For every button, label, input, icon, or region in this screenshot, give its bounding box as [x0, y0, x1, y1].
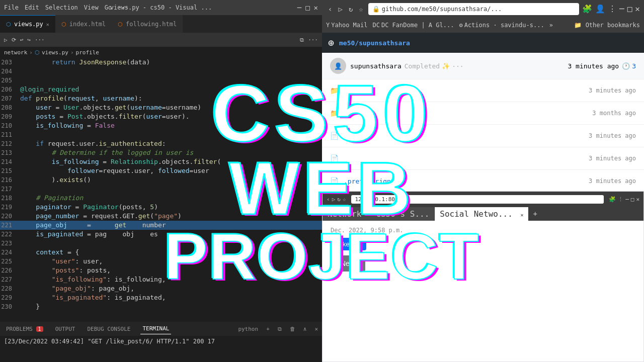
- commit-username[interactable]: supunsathsara: [350, 62, 401, 70]
- forward-button[interactable]: ▷: [336, 4, 344, 14]
- post-date: Dec. 2022, 9:58 p.m.: [331, 227, 635, 234]
- code-line-211: 211: [0, 130, 322, 139]
- breadcrumb-file[interactable]: views.py: [42, 49, 68, 56]
- action-bar: ▷ ⟳ ↩ ↪ ··· ⧉ ···: [0, 33, 322, 47]
- browser-chrome: ‹ ▷ ↻ ☆ 🔒 github.com/me50/supunsathsara/…: [322, 0, 644, 18]
- code-editor[interactable]: 203 return JsonResponse(data) 204 205 20…: [0, 58, 322, 320]
- split-icon[interactable]: ⧉: [300, 37, 304, 43]
- tab-label-social-network: Social Netwo...: [440, 209, 513, 219]
- other-bookmarks[interactable]: 📁 Other bookmarks: [574, 22, 640, 29]
- browser-nav[interactable]: ‹ ▷ ↻ ☆: [326, 4, 365, 14]
- redo-icon[interactable]: ↪: [27, 37, 31, 43]
- repo-item-name-project4[interactable]: project4: [344, 87, 584, 95]
- code-line-216: 216 ).exists(): [0, 175, 322, 185]
- tab-close-social[interactable]: ✕: [520, 212, 523, 218]
- menu-file[interactable]: File: [4, 4, 19, 11]
- tab-problems[interactable]: PROBLEMS 1: [4, 324, 45, 334]
- lock-icon: 🔒: [372, 6, 380, 13]
- social-maximize[interactable]: □: [631, 196, 634, 203]
- minimize-button-gh[interactable]: ─: [619, 4, 624, 14]
- code-line-203: 203 return JsonResponse(data): [0, 58, 322, 67]
- tab-output[interactable]: OUTPUT: [53, 324, 77, 334]
- run-icon[interactable]: ▷: [4, 37, 8, 43]
- forward-btn-social[interactable]: ▷: [332, 196, 336, 203]
- action-more[interactable]: ···: [35, 37, 45, 43]
- window-title: views.py - cs50 - Visual ...: [110, 4, 212, 11]
- github-icon: ⚙: [459, 22, 462, 29]
- code-line-219: 219 paginator = Paginator(posts, 5): [0, 203, 322, 212]
- close-button-gh[interactable]: ✕: [635, 4, 640, 14]
- tab-debug-console[interactable]: DEBUG CONSOLE: [85, 324, 132, 334]
- back-btn-social[interactable]: ‹: [327, 196, 330, 203]
- terminal-collapse[interactable]: ∧: [303, 326, 307, 332]
- undo-icon[interactable]: ↩: [20, 37, 24, 43]
- next-button[interactable]: Next: [331, 255, 365, 272]
- menu-edit[interactable]: Edit: [25, 4, 39, 11]
- github-repo-name[interactable]: me50/supunsathsara: [339, 39, 410, 47]
- tab-bar: ⬡ views.py ✕ ⬡ index.html ⬡ following.ht…: [0, 15, 322, 33]
- menu-selection[interactable]: Selection: [45, 4, 78, 11]
- yahoo-icon: Y: [326, 22, 330, 29]
- dc-fandome-bookmark[interactable]: DC DC FanDome | A Gl...: [372, 22, 454, 29]
- actions-bookmark[interactable]: ⚙ Actions · savindu-s...: [459, 22, 544, 29]
- tab-following-html[interactable]: ⬡ following.html: [112, 15, 183, 33]
- tab-index-html[interactable]: ⬡ index.html: [55, 15, 112, 33]
- more-icon[interactable]: ···: [308, 37, 318, 43]
- maximize-button-gh[interactable]: □: [627, 4, 632, 14]
- social-minimize[interactable]: ─: [625, 196, 629, 203]
- breadcrumb-file-icon: ⬡: [35, 49, 40, 56]
- like-button[interactable]: Like 0: [331, 238, 366, 250]
- bookmarks-more[interactable]: »: [549, 22, 553, 29]
- commit-time: 3 minutes ago: [568, 62, 619, 70]
- code-line-213: 213 # Determine if the logged in user is: [0, 148, 322, 157]
- window-controls[interactable]: ─ □ ✕: [297, 4, 318, 12]
- extensions-icon[interactable]: 🧩: [582, 4, 592, 14]
- yahoo-mail-bookmark[interactable]: Y Yahoo Mail: [326, 22, 367, 29]
- repo-item-name-prettier[interactable]: .prettierignore: [344, 177, 584, 185]
- refresh-button[interactable]: ↻: [347, 4, 355, 14]
- social-browser-chrome: ‹ ▷ ↻ ☆ 127.0.0.1:8000 🧩 ⋮ ─ □ ✕: [323, 192, 643, 207]
- more-icon-commit[interactable]: ···: [452, 62, 463, 70]
- terminal-delete[interactable]: 🗑: [290, 326, 295, 332]
- terminal-more[interactable]: +: [266, 326, 270, 332]
- tab-network-cs50[interactable]: Network - CS50's S...: [323, 207, 435, 221]
- bookmark-icon[interactable]: ☆: [357, 4, 365, 14]
- social-settings-icon[interactable]: ⋮: [618, 196, 623, 203]
- minimize-button[interactable]: ─: [297, 4, 301, 12]
- code-line-227: 227 "is_following": is_following,: [0, 275, 322, 284]
- tab-close-views-py[interactable]: ✕: [46, 22, 49, 27]
- folder-icon-1: 📁: [330, 109, 339, 117]
- profile-icon[interactable]: 👤: [595, 4, 605, 14]
- html-icon: ⬡: [61, 21, 66, 28]
- code-line-208: 208 user = User.objects.get(username=use…: [0, 103, 322, 112]
- settings-icon[interactable]: ⋮: [608, 4, 616, 14]
- social-close[interactable]: ✕: [636, 196, 639, 203]
- run-debug-icon[interactable]: ⟳: [12, 37, 16, 43]
- tab-label-following-html: following.html: [126, 21, 177, 28]
- breadcrumb-profile[interactable]: profile: [76, 49, 99, 56]
- repo-item-3: 📄 3 minutes ago: [322, 147, 644, 170]
- code-line-221: 221 page_obj = get number: [0, 221, 322, 230]
- maximize-button[interactable]: □: [305, 4, 309, 12]
- social-ext-icon[interactable]: 🧩: [609, 196, 616, 203]
- panel-tabs: PROBLEMS 1 OUTPUT DEBUG CONSOLE TERMINAL…: [0, 322, 322, 336]
- terminal-close[interactable]: ✕: [314, 326, 318, 332]
- close-button[interactable]: ✕: [314, 4, 318, 12]
- repo-item-time-0: 3 minutes ago: [589, 87, 636, 94]
- refresh-btn-social[interactable]: ↻: [337, 196, 341, 203]
- social-url-bar[interactable]: 127.0.0.1:8000: [351, 195, 604, 204]
- tab-social-network[interactable]: Social Netwo... ✕: [435, 207, 529, 221]
- terminal-split[interactable]: ⧉: [278, 326, 282, 332]
- menu-view[interactable]: View: [84, 4, 99, 11]
- new-tab-button[interactable]: +: [529, 208, 541, 220]
- terminal-cmd[interactable]: python: [238, 326, 258, 332]
- code-line-207: 207 def profile(request, username):: [0, 94, 322, 103]
- breadcrumb-network[interactable]: network: [4, 49, 27, 56]
- url-bar[interactable]: 🔒 github.com/me50/supunsathsara/...: [368, 3, 579, 15]
- tab-terminal[interactable]: TERMINAL: [140, 323, 171, 334]
- bookmark-btn-social[interactable]: ☆: [343, 196, 346, 203]
- tab-views-py[interactable]: ⬡ views.py ✕: [0, 15, 55, 33]
- social-content: Dec. 2022, 9:58 p.m. Like 0 Next: [323, 221, 643, 361]
- back-button[interactable]: ‹: [326, 4, 334, 14]
- social-network-panel: ‹ ▷ ↻ ☆ 127.0.0.1:8000 🧩 ⋮ ─ □ ✕ Network…: [322, 191, 644, 362]
